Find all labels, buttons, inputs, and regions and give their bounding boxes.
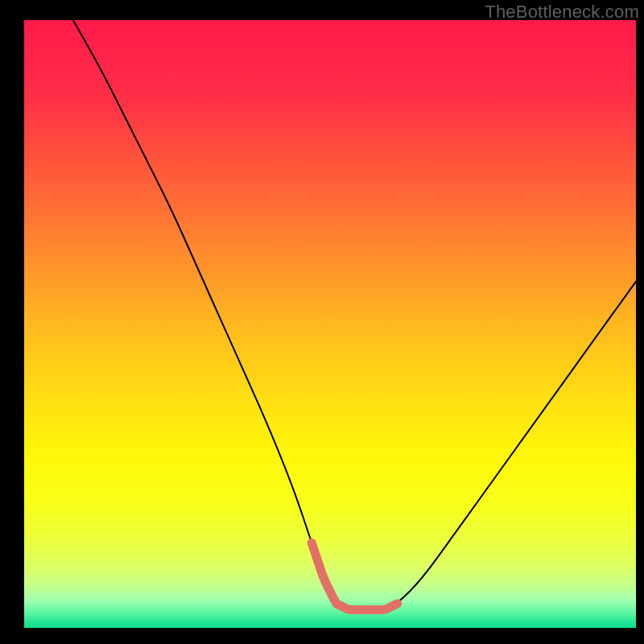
watermark-text: TheBottleneck.com — [485, 2, 639, 23]
bottleneck-chart — [24, 20, 636, 628]
chart-frame: TheBottleneck.com — [0, 0, 644, 644]
plot-area — [24, 20, 636, 628]
gradient-background — [24, 20, 636, 628]
